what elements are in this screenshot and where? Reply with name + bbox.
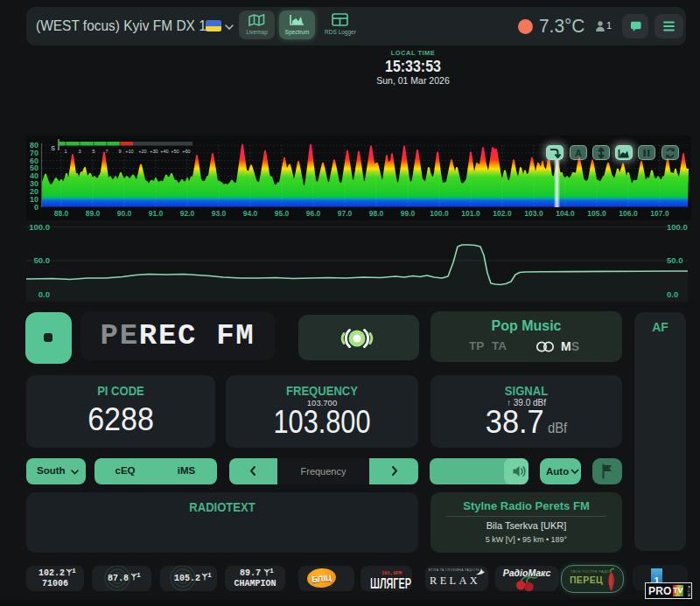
svg-text:50.0: 50.0 xyxy=(34,255,51,265)
svg-text:100.0: 100.0 xyxy=(667,222,688,232)
svg-text:50.0: 50.0 xyxy=(667,255,683,265)
svg-text:100.0: 100.0 xyxy=(29,222,50,232)
svg-text:0.0: 0.0 xyxy=(667,289,678,299)
svg-text:0.0: 0.0 xyxy=(38,289,50,299)
